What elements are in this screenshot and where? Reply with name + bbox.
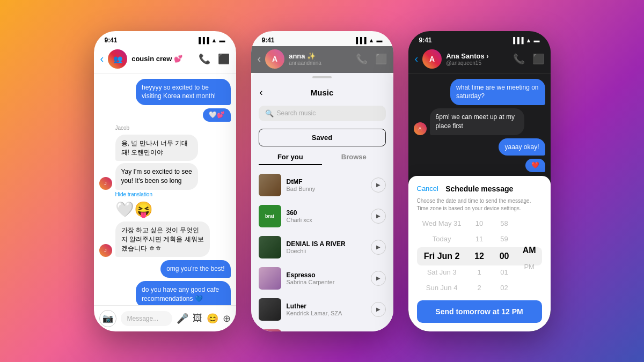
period-item-3 bbox=[517, 237, 542, 241]
video-icon-1[interactable]: ⬛ bbox=[218, 53, 230, 65]
phone-icon-3[interactable]: 📞 bbox=[513, 53, 525, 65]
signal-icon: ▐▐▐ bbox=[196, 37, 209, 43]
music-back-btn[interactable]: ‹ bbox=[260, 87, 263, 98]
song-title-3: DENIAL IS A RIVER bbox=[287, 240, 365, 248]
period-item-7 bbox=[517, 279, 542, 284]
signal-icons-3: ▐▐▐ ▲ ▬ bbox=[511, 37, 539, 43]
phone-icon-2: 📞 bbox=[356, 53, 368, 65]
hour-item-3: 11 bbox=[467, 232, 492, 247]
search-icon-music: 🔍 bbox=[265, 109, 274, 117]
anna-avatar: A bbox=[265, 49, 284, 69]
hour-column: 9 10 11 12 1 2 3 bbox=[467, 219, 492, 294]
chat-header-3: ‹ A Ana Santos › @anaqueen15 📞 ⬛ bbox=[408, 46, 551, 73]
play-btn-5[interactable]: ▶ bbox=[371, 302, 386, 317]
wifi-icon: ▲ bbox=[211, 37, 217, 43]
tab-browse[interactable]: Browse bbox=[322, 150, 386, 165]
min-item-5: 01 bbox=[492, 265, 517, 280]
song-artist-1: Bad Bunny bbox=[287, 186, 365, 192]
input-icons-1: 🎤 🖼 😊 ⊕ bbox=[177, 313, 231, 324]
song-item-6[interactable]: APT. ROSE, Bruno Mars ▶ bbox=[251, 325, 393, 331]
phone-1: 9:41 ▐▐▐ ▲ ▬ ‹ 👥 cousin crew 💕 📞 ⬛ heyyy… bbox=[94, 31, 236, 331]
time-picker[interactable]: Tue May 30 Wed May 31 Today Fri Jun 2 Sa… bbox=[417, 219, 542, 294]
day-item-3: Today bbox=[417, 232, 467, 247]
plus-icon-1[interactable]: ⊕ bbox=[223, 313, 231, 324]
song-item-1[interactable]: DtMF Bad Bunny ▶ bbox=[251, 169, 393, 201]
hour-item-5: 1 bbox=[467, 265, 492, 280]
song-title-4: Espresso bbox=[287, 271, 365, 279]
song-artist-4: Sabrina Carpenter bbox=[287, 279, 365, 285]
schedule-modal: Cancel Schedule message Choose the date … bbox=[408, 176, 551, 331]
min-item-2: 58 bbox=[492, 219, 517, 232]
song-thumb-1 bbox=[259, 174, 281, 196]
song-item-3[interactable]: DENIAL IS A RIVER Doechii ▶ bbox=[251, 232, 393, 263]
day-item-4: Fri Jun 2 bbox=[417, 247, 467, 265]
music-header: ‹ Music bbox=[251, 83, 393, 101]
signal-icons-1: ▐▐▐ ▲ ▬ bbox=[196, 37, 225, 43]
bg-header-info: anna ✨ annaandmina bbox=[289, 52, 355, 66]
back-button-3[interactable]: ‹ bbox=[415, 53, 419, 65]
emoji-msg-1: 🤍😝 bbox=[115, 201, 153, 218]
back-button-1[interactable]: ‹ bbox=[100, 53, 104, 65]
dark-msg-rec-1: 6pm! we can meet up at my place first bbox=[430, 108, 524, 135]
song-info-3: DENIAL IS A RIVER Doechii bbox=[287, 240, 365, 254]
day-item-2: Wed May 31 bbox=[417, 219, 467, 232]
jacob-avatar-2: J bbox=[99, 244, 112, 257]
song-info-2: 360 Charli xcx bbox=[287, 209, 365, 223]
song-item-2[interactable]: brat 360 Charli xcx ▶ bbox=[251, 201, 393, 232]
play-btn-3[interactable]: ▶ bbox=[371, 240, 386, 255]
min-item-4: 00 bbox=[492, 247, 517, 265]
music-modal: ‹ Music 🔍 Search music Saved For you Bro… bbox=[251, 72, 393, 331]
song-item-4[interactable]: Espresso Sabrina Carpenter ▶ bbox=[251, 263, 393, 294]
messages-1: heyyyy so excited to be visiting Korea n… bbox=[94, 73, 236, 305]
period-item-1 bbox=[517, 228, 542, 233]
input-bar-1: 📷 Message... 🎤 🖼 😊 ⊕ bbox=[94, 305, 236, 331]
period-column: AM PM bbox=[517, 219, 542, 294]
header-info-1: cousin crew 💕 bbox=[131, 55, 198, 63]
hour-item-6: 2 bbox=[467, 280, 492, 293]
gallery-icon-1[interactable]: 🖼 bbox=[193, 313, 202, 324]
min-item-3: 59 bbox=[492, 232, 517, 247]
play-btn-1[interactable]: ▶ bbox=[371, 178, 386, 193]
song-thumb-6 bbox=[259, 329, 281, 331]
min-item-6: 02 bbox=[492, 280, 517, 293]
battery-icon-2: ▬ bbox=[377, 37, 383, 43]
msg-row-2: J 가장 하고 싶은 것이 무엇인지 알려주시면 계획을 세워보겠습니다 ㅎㅎ bbox=[99, 221, 231, 257]
camera-button-1[interactable]: 📷 bbox=[99, 310, 116, 327]
wifi-icon-3: ▲ bbox=[526, 37, 532, 43]
mic-icon-1[interactable]: 🎤 bbox=[177, 313, 188, 324]
msg-sent-2: omg you're the best! bbox=[160, 260, 230, 278]
period-item-6 bbox=[517, 275, 542, 279]
translation-link[interactable]: Hide translation bbox=[115, 191, 231, 197]
hour-item-2: 10 bbox=[467, 219, 492, 232]
song-item-5[interactable]: Luther Kendrick Lamar, SZA ▶ bbox=[251, 294, 393, 325]
tab-for-you[interactable]: For you bbox=[259, 150, 323, 165]
bg-header-actions: 📞 ⬛ bbox=[356, 53, 387, 65]
message-input-1[interactable]: Message... bbox=[121, 311, 172, 326]
send-tomorrow-button[interactable]: Send tomorrow at 12 PM bbox=[417, 300, 542, 323]
video-icon-3[interactable]: ⬛ bbox=[532, 53, 544, 65]
phone-icon-1[interactable]: 📞 bbox=[199, 53, 210, 65]
song-artist-5: Kendrick Lamar, SZA bbox=[287, 310, 365, 316]
modal-header: Cancel Schedule message bbox=[417, 184, 542, 193]
play-btn-2[interactable]: ▶ bbox=[371, 209, 386, 224]
dark-msg-sent-emoji: ❤️ bbox=[525, 159, 545, 172]
dark-msg-sent-2: yaaay okay! bbox=[499, 138, 545, 156]
saved-button[interactable]: Saved bbox=[259, 129, 386, 146]
day-item-5: Sat Jun 3 bbox=[417, 265, 467, 280]
status-bar-1: 9:41 ▐▐▐ ▲ ▬ bbox=[94, 31, 236, 46]
cancel-button[interactable]: Cancel bbox=[417, 184, 438, 193]
group-avatar-1: 👥 bbox=[108, 49, 127, 69]
song-title-1: DtMF bbox=[287, 178, 365, 186]
song-thumb-3 bbox=[259, 236, 281, 258]
signal-icon-2: ▐▐▐ bbox=[354, 37, 366, 43]
song-thumb-5 bbox=[259, 298, 281, 321]
song-title-5: Luther bbox=[287, 302, 365, 310]
song-info-1: DtMF Bad Bunny bbox=[287, 178, 365, 192]
sticker-icon-1[interactable]: 😊 bbox=[207, 313, 218, 324]
play-btn-4[interactable]: ▶ bbox=[371, 271, 386, 286]
signal-icon-3: ▐▐▐ bbox=[511, 37, 523, 43]
music-search[interactable]: 🔍 Search music bbox=[259, 106, 386, 121]
msg-rec-1: 응, 널 만나서 너무 기대돼! 오랜만이야 bbox=[115, 135, 199, 161]
header-info-3: Ana Santos › @anaqueen15 bbox=[446, 52, 513, 66]
time-2: 9:41 bbox=[262, 36, 275, 44]
